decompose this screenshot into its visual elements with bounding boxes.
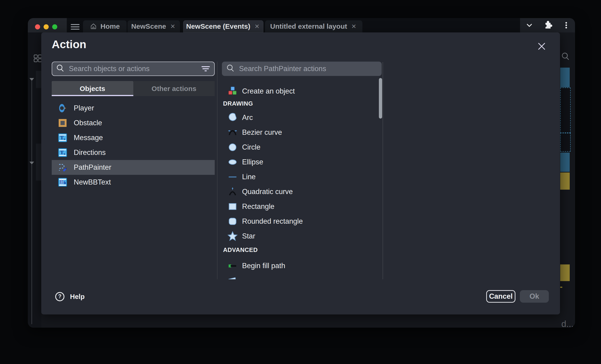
action-label: Bezier curve <box>242 128 282 137</box>
tab-newscene-events[interactable]: NewScene (Events) ✕ <box>183 20 263 32</box>
tab-newscene[interactable]: NewScene ✕ <box>128 20 180 32</box>
actions-search-input[interactable] <box>239 64 382 73</box>
object-row[interactable]: Obstacle <box>52 115 215 130</box>
action-row[interactable]: Rounded rectangle <box>222 214 383 229</box>
objects-list: PlayerObstacleTxMessageTxDirectionsPathP… <box>52 101 215 190</box>
rounded-rectangle-icon <box>228 216 238 226</box>
ok-button[interactable]: Ok <box>520 290 549 303</box>
filter-icon[interactable] <box>201 65 210 72</box>
event-selection-dashed <box>560 133 571 152</box>
close-dialog-icon[interactable] <box>537 41 547 51</box>
action-row[interactable]: Quadratic curve <box>222 184 383 199</box>
event-block-sliver <box>560 287 562 288</box>
actions-search-box <box>222 62 382 76</box>
action-label: Rectangle <box>242 202 275 211</box>
tab-label: NewScene (Events) <box>186 22 250 30</box>
tab-home[interactable]: Home <box>83 20 127 32</box>
object-row[interactable]: TxMessage <box>52 130 215 145</box>
scrollbar-track[interactable] <box>383 62 383 279</box>
tab-other-actions[interactable]: Other actions <box>133 81 215 96</box>
ellipse-icon <box>228 157 238 167</box>
svg-text:x: x <box>63 137 65 141</box>
tab-label: Untitled external layout <box>270 22 347 30</box>
object-row[interactable]: PathPainter <box>52 160 215 175</box>
panel-grid-icon <box>33 54 42 63</box>
tab-objects[interactable]: Objects <box>52 81 133 96</box>
action-row[interactable] <box>222 273 383 279</box>
event-block <box>560 153 570 172</box>
star-icon <box>228 231 238 241</box>
action-row[interactable]: Arc <box>222 110 383 125</box>
object-label: NewBBText <box>74 178 111 186</box>
svg-text:x: x <box>63 152 65 156</box>
action-label: Star <box>242 232 255 240</box>
action-row[interactable]: Bezier curve <box>222 125 383 140</box>
objects-search-input[interactable] <box>68 64 201 73</box>
quadratic-curve-icon <box>228 187 238 197</box>
svg-text:B: B <box>60 179 63 185</box>
search-icon[interactable] <box>561 52 570 62</box>
event-selection-dashed <box>560 87 571 133</box>
path-painter-icon <box>58 162 68 172</box>
arc-icon <box>228 113 238 123</box>
action-dialog: Action Objects Other actions PlayerObsta… <box>41 32 560 315</box>
truncated-background-text: d... <box>561 319 574 328</box>
expand-triangle-icon[interactable] <box>30 162 34 164</box>
action-row[interactable]: Ellipse <box>222 155 383 170</box>
bbtext-icon: Bb <box>58 177 68 187</box>
svg-text:?: ? <box>58 293 61 299</box>
action-label: Circle <box>242 143 260 152</box>
object-row[interactable]: TxDirections <box>52 145 215 160</box>
macos-close-button[interactable] <box>35 24 40 29</box>
actions-list: Create an objectDRAWINGArcBezier curveCi… <box>222 79 383 279</box>
create-object-icon <box>228 86 238 96</box>
action-row[interactable]: Rectangle <box>222 199 383 214</box>
chevron-down-icon[interactable] <box>524 18 535 32</box>
macos-zoom-button[interactable] <box>52 24 57 29</box>
close-tab-icon[interactable]: ✕ <box>253 23 260 30</box>
object-label: Player <box>74 104 94 112</box>
tab-label: NewScene <box>131 22 166 30</box>
action-row[interactable]: Star <box>222 229 383 244</box>
action-section-header: ADVANCED <box>223 246 383 253</box>
cancel-button[interactable]: Cancel <box>486 290 515 303</box>
toolbar-right <box>520 18 575 32</box>
scrollbar-thumb[interactable] <box>379 78 382 119</box>
action-label: Begin fill path <box>242 262 285 270</box>
svg-text:T: T <box>60 134 64 141</box>
events-editor-background-left <box>28 32 41 328</box>
action-label: Quadratic curve <box>242 188 293 196</box>
event-block <box>560 172 570 190</box>
svg-text:b: b <box>64 181 66 185</box>
action-label: Create an object <box>242 87 295 96</box>
object-row[interactable]: Player <box>52 101 215 115</box>
tab-bar: Home NewScene ✕ NewScene (Events) ✕ Unti… <box>28 18 575 32</box>
home-icon <box>90 23 97 30</box>
action-row[interactable]: Create an object <box>222 84 383 99</box>
kebab-menu-icon[interactable] <box>561 18 572 32</box>
dialog-title: Action <box>52 38 86 51</box>
event-block <box>560 68 570 87</box>
extensions-puzzle-icon[interactable] <box>542 18 553 32</box>
clipped-partial-icon <box>228 276 238 279</box>
help-label: Help <box>70 293 85 301</box>
action-label: Arc <box>242 114 253 122</box>
tab-untitled-external-layout[interactable]: Untitled external layout ✕ <box>265 20 362 32</box>
close-tab-icon[interactable]: ✕ <box>169 23 176 30</box>
macos-minimize-button[interactable] <box>44 24 49 29</box>
object-type-tabs: Objects Other actions <box>52 81 215 96</box>
help-button[interactable]: ? Help <box>55 292 85 302</box>
panel-divider <box>217 62 218 279</box>
help-circle-icon: ? <box>55 292 65 302</box>
action-row[interactable]: Circle <box>222 140 383 155</box>
action-row[interactable]: Begin fill path <box>222 259 383 273</box>
tab-label: Home <box>100 22 120 30</box>
close-tab-icon[interactable]: ✕ <box>350 23 357 30</box>
bezier-curve-icon <box>228 127 238 138</box>
main-menu-icon[interactable] <box>71 24 80 30</box>
action-label: Line <box>242 173 256 181</box>
object-row[interactable]: BbNewBBText <box>52 175 215 190</box>
action-row[interactable]: Line <box>222 170 383 184</box>
expand-triangle-icon[interactable] <box>30 78 34 81</box>
object-label: Directions <box>74 148 106 157</box>
